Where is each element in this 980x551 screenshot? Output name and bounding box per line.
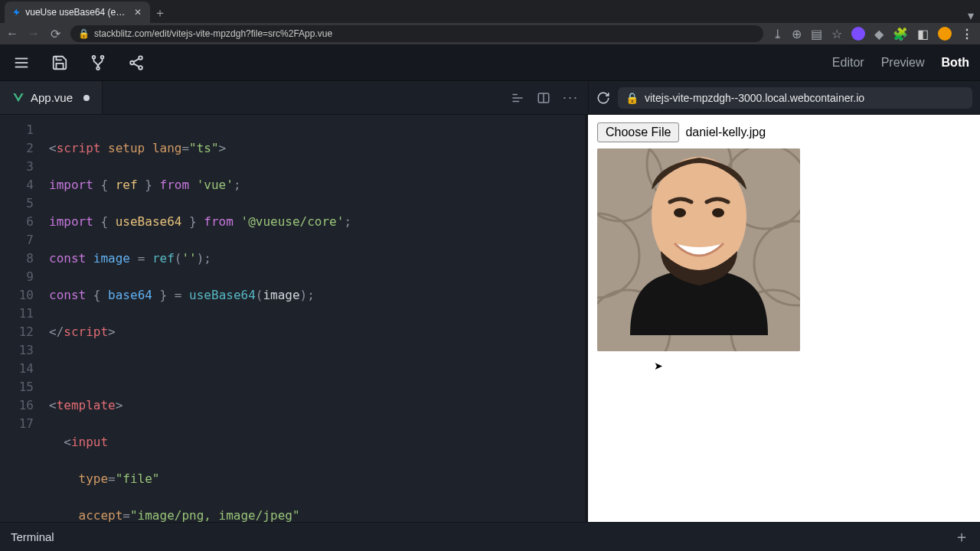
mouse-cursor-icon: ➤ [654,360,663,372]
preview-url-text: vitejs-vite-mpzdgh--3000.local.webcontai… [645,92,864,104]
nav-reload-icon[interactable]: ⟳ [49,28,61,40]
svg-point-5 [101,55,104,58]
svg-point-9 [139,66,142,70]
chosen-filename: daniel-kelly.jpg [685,126,766,139]
address-bar-url: stackblitz.com/edit/vitejs-vite-mpzdgh?f… [94,28,332,39]
svg-marker-12 [13,93,23,102]
svg-marker-0 [13,8,19,15]
browser-menu-icon[interactable]: ⋮ [961,27,974,41]
preview-address-bar: 🔒 vitejs-vite-mpzdgh--3000.local.webcont… [588,81,980,114]
side-panel-icon[interactable]: ◧ [917,27,929,41]
zoom-icon[interactable]: ⊕ [792,27,802,41]
close-tab-icon[interactable]: ✕ [134,7,142,18]
file-input[interactable]: Choose File daniel-kelly.jpg [597,122,766,142]
editor-tab-bar: App.vue [0,81,103,114]
tab-overflow-icon[interactable]: ▾ [968,8,974,23]
preview-pane: Choose File daniel-kelly.jpg [588,115,980,522]
svg-point-6 [96,67,100,70]
svg-point-4 [93,55,96,58]
fork-icon[interactable] [87,52,109,73]
svg-point-7 [139,56,142,60]
preview-lock-icon: 🔒 [626,92,639,104]
unsaved-dot-icon [83,95,90,101]
extension2-icon[interactable]: ◆ [874,27,884,41]
new-terminal-icon[interactable]: ＋ [954,527,969,547]
portrait-illustration [615,148,783,335]
uploaded-image [597,148,800,351]
install-app-icon[interactable]: ⤓ [773,27,782,41]
view-tab-preview[interactable]: Preview [881,56,925,70]
reading-list-icon[interactable]: ▤ [811,27,822,41]
profile-avatar-icon[interactable] [938,27,952,41]
view-tab-editor[interactable]: Editor [832,56,864,70]
preview-url-field[interactable]: 🔒 vitejs-vite-mpzdgh--3000.local.webcont… [618,87,972,109]
browser-toolbar: ← → ⟳ 🔒 stackblitz.com/edit/vitejs-vite-… [0,23,980,44]
choose-file-button[interactable]: Choose File [597,122,679,142]
svg-line-10 [134,58,139,61]
file-tab-name: App.vue [31,91,73,104]
terminal-label: Terminal [11,530,54,543]
line-number-gutter: 1234567891011121314151617 [0,115,44,522]
code-content[interactable]: <script setup lang="ts"> import { ref } … [44,115,585,522]
browser-tab[interactable]: vueUse useBase64 (end actu… ✕ [5,2,150,23]
extensions-menu-icon[interactable]: 🧩 [893,27,908,41]
svg-point-8 [130,60,134,64]
sub-header: App.vue ··· 🔒 vitejs-vite-mpzdgh--3000.l… [0,81,980,115]
view-tab-both[interactable]: Both [942,56,969,70]
bookmark-icon[interactable]: ☆ [831,27,842,41]
address-bar[interactable]: 🔒 stackblitz.com/edit/vitejs-vite-mpzdgh… [70,25,763,42]
preview-reload-icon[interactable] [596,91,610,105]
format-code-icon[interactable] [511,91,524,105]
new-tab-button[interactable]: ＋ [150,3,170,23]
split-editor-icon[interactable] [537,91,550,105]
code-editor[interactable]: 1234567891011121314151617 <script setup … [0,115,585,522]
terminal-panel-header[interactable]: Terminal ＋ [0,522,980,551]
vue-file-icon [12,92,24,104]
file-tab-app-vue[interactable]: App.vue [0,81,103,114]
browser-tab-title: vueUse useBase64 (end actu… [25,7,129,18]
save-icon[interactable] [49,52,70,73]
extension-icon[interactable] [851,27,865,41]
nav-forward-icon: → [28,28,40,40]
app-header: Editor Preview Both [0,44,980,81]
browser-tab-strip: vueUse useBase64 (end actu… ✕ ＋ ▾ [0,0,980,23]
svg-point-24 [674,208,686,217]
svg-line-11 [134,64,139,67]
svg-point-25 [712,208,724,217]
lock-icon: 🔒 [78,28,90,39]
stackblitz-favicon-icon [12,7,21,18]
hamburger-menu-icon[interactable] [11,52,32,73]
share-icon[interactable] [126,52,147,73]
editor-more-icon[interactable]: ··· [563,90,579,106]
nav-back-icon[interactable]: ← [6,28,18,40]
editor-actions: ··· [511,81,588,114]
workspace-split: 1234567891011121314151617 <script setup … [0,115,980,522]
